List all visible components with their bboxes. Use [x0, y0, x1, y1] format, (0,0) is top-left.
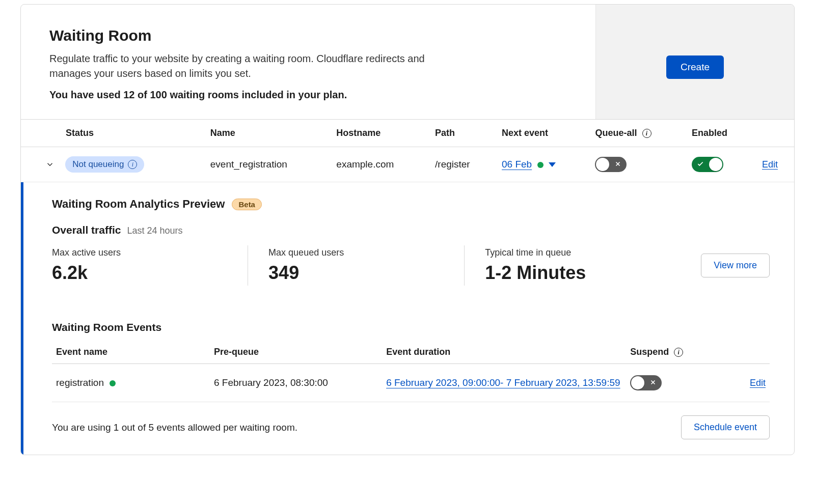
stat-typical-time: Typical time in queue 1-2 Minutes: [464, 245, 681, 286]
status-dot-icon: [537, 162, 544, 168]
stat-max-queued: Max queued users 349: [248, 245, 464, 286]
edit-event-link[interactable]: Edit: [750, 378, 766, 388]
x-icon: [649, 377, 657, 388]
status-label: Not queueing: [72, 159, 124, 170]
overall-traffic-sub: Last 24 hours: [127, 226, 182, 236]
schedule-event-button[interactable]: Schedule event: [681, 415, 770, 439]
stat-value: 6.2k: [52, 262, 227, 284]
col-name: Name: [204, 120, 331, 147]
status-dot-icon: [110, 380, 116, 386]
col-status: Status: [21, 120, 204, 147]
caret-down-icon[interactable]: [549, 162, 556, 167]
col-hostname: Hostname: [330, 120, 429, 147]
stat-value: 1-2 Minutes: [485, 262, 660, 284]
event-duration-link[interactable]: 6 February 2023, 09:00:00- 7 February 20…: [386, 377, 620, 388]
check-icon: [697, 159, 704, 170]
events-footer: You are using 1 out of 5 events allowed …: [52, 402, 770, 439]
header-row: Waiting Room Regulate traffic to your we…: [21, 5, 794, 119]
waiting-rooms-table: Status Name Hostname Path Next event Que…: [21, 119, 794, 182]
info-icon[interactable]: i: [642, 129, 651, 138]
col-suspend-label: Suspend: [630, 347, 669, 357]
view-more-button[interactable]: View more: [701, 254, 770, 277]
col-prequeue: Pre-queue: [210, 341, 382, 364]
status-badge: Not queueing i: [65, 156, 144, 173]
beta-badge: Beta: [232, 199, 262, 210]
x-icon: [614, 159, 621, 170]
expansion-panel: Waiting Room Analytics Preview Beta Over…: [21, 182, 794, 455]
col-event-name: Event name: [52, 341, 210, 364]
queue-all-toggle[interactable]: [595, 157, 627, 172]
next-event-link[interactable]: 06 Feb: [502, 159, 532, 170]
col-suspend: Suspend i: [626, 341, 726, 364]
stat-value: 349: [268, 262, 444, 284]
cell-next-event: 06 Feb: [496, 147, 589, 182]
page-title: Waiting Room: [49, 27, 571, 44]
create-button[interactable]: Create: [666, 55, 724, 79]
enabled-toggle[interactable]: [692, 157, 723, 172]
stat-label: Typical time in queue: [485, 247, 660, 258]
col-queue-all: Queue-all i: [589, 120, 686, 147]
cell-hostname: example.com: [330, 147, 429, 182]
col-queue-all-label: Queue-all: [595, 128, 637, 138]
col-path: Path: [429, 120, 496, 147]
events-title: Waiting Room Events: [52, 321, 770, 333]
waiting-room-card: Waiting Room Regulate traffic to your we…: [20, 4, 795, 455]
event-row: registration 6 February 2023, 08:30:00 6…: [52, 364, 770, 402]
suspend-toggle[interactable]: [630, 375, 662, 390]
info-icon[interactable]: i: [674, 348, 683, 357]
expand-row-chevron-icon[interactable]: [43, 158, 57, 171]
stats-row: Max active users 6.2k Max queued users 3…: [52, 245, 770, 286]
overall-traffic-label: Overall traffic: [52, 224, 121, 236]
table-row: Not queueing i event_registration exampl…: [21, 147, 794, 182]
event-prequeue: 6 February 2023, 08:30:00: [210, 364, 382, 402]
col-duration: Event duration: [382, 341, 626, 364]
header-left: Waiting Room Regulate traffic to your we…: [21, 5, 595, 119]
event-name: registration: [56, 377, 104, 388]
stat-max-active: Max active users 6.2k: [52, 245, 248, 286]
col-enabled: Enabled: [686, 120, 753, 147]
edit-link[interactable]: Edit: [762, 159, 778, 170]
stat-label: Max queued users: [268, 247, 444, 258]
usage-line: You have used 12 of 100 waiting rooms in…: [49, 89, 571, 101]
stat-label: Max active users: [52, 247, 227, 258]
cell-path: /register: [429, 147, 496, 182]
header-right: Create: [595, 5, 794, 119]
analytics-title: Waiting Room Analytics Preview: [52, 198, 225, 211]
events-usage-msg: You are using 1 out of 5 events allowed …: [52, 422, 297, 433]
page-description: Regulate traffic to your website by crea…: [49, 51, 467, 81]
cell-name: event_registration: [204, 147, 331, 182]
events-table: Event name Pre-queue Event duration Susp…: [52, 341, 770, 402]
info-icon[interactable]: i: [128, 160, 137, 169]
col-next-event: Next event: [496, 120, 589, 147]
